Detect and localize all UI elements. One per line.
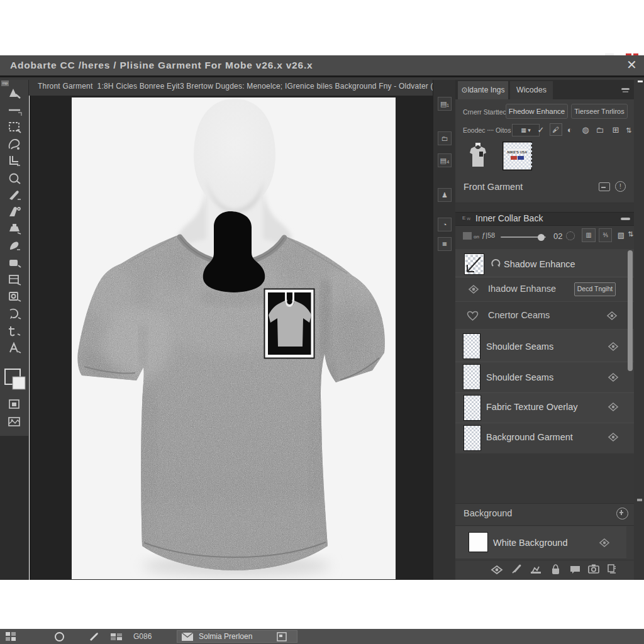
svg-text:NIKE'S USA: NIKE'S USA	[508, 150, 528, 154]
